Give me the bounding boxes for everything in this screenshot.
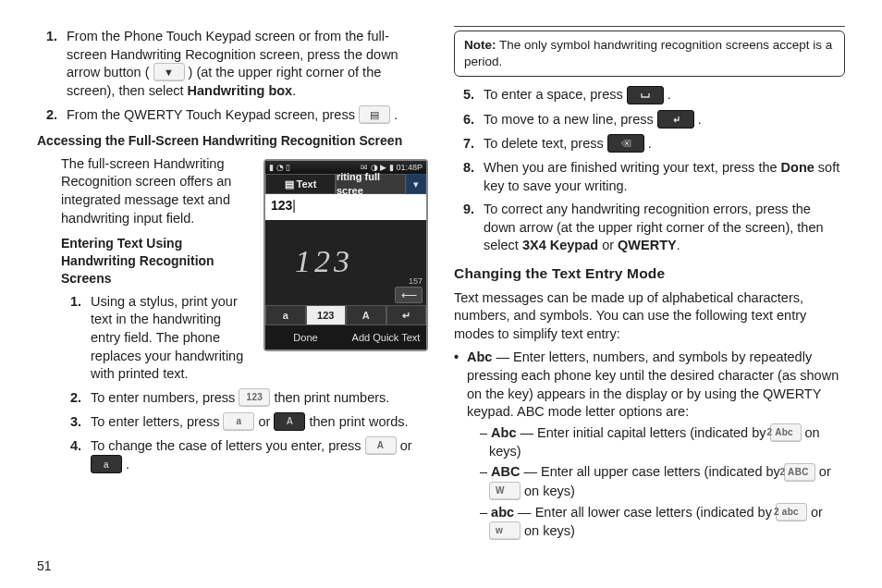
page-number: 51	[37, 557, 52, 575]
phone-dropdown-icon: ▾	[406, 174, 426, 194]
key-2-ABC: 2 ABC	[784, 463, 815, 482]
key-a-lower: a	[223, 412, 254, 431]
phone-tab-text: ▤ Text	[265, 174, 336, 194]
space-icon	[627, 86, 664, 104]
key-w: w	[489, 521, 521, 540]
down-arrow-icon: ▼	[153, 63, 185, 81]
heading-changing-mode: Changing the Text Entry Mode	[454, 264, 845, 284]
right-steps: 5. To enter a space, press . 6. To move …	[454, 86, 845, 254]
phone-soft-addquick: Add Quick Text	[346, 325, 426, 349]
note-box: Note: The only symbol handwriting recogn…	[454, 31, 845, 77]
sub-abc-upper: – ABC — Enter all upper case letters (in…	[480, 463, 845, 500]
para-changing: Text messages can be made up of alphabet…	[454, 289, 845, 344]
heading-accessing: Accessing the Full-Screen Handwriting Re…	[37, 132, 428, 150]
left-steps-a: 1. From the Phone Touch Keypad screen or…	[37, 28, 428, 125]
key-123: 123	[239, 388, 270, 407]
step2-text-b: .	[394, 107, 398, 122]
phone-char-count: 157	[409, 276, 423, 287]
key-a-upper-2: A	[365, 436, 397, 455]
phone-backspace-icon: ⟵	[395, 287, 423, 303]
step-2: 2. From the QWERTY Touch Keypad screen, …	[37, 106, 428, 125]
key-W: W	[489, 482, 521, 500]
phone-screenshot: ▮ ◔ ▯ ✉ ◑ ▶ ▮ 01:48P ▤ Text riting full …	[263, 159, 428, 351]
phone-tabrow: ▤ Text riting full scree ▾	[265, 174, 426, 194]
stepb-2: 2. To enter numbers, press 123 then prin…	[61, 389, 428, 408]
phone-softkeys: Done Add Quick Text	[265, 325, 426, 349]
phone-text-field: 123|	[265, 194, 426, 220]
phone-mode-a: a	[265, 305, 306, 325]
key-2-Abc: 2 Abc	[770, 423, 802, 442]
sub-abc-initial: – Abc — Enter initial capital letters (i…	[480, 424, 845, 461]
step-6: 6. To move to a new line, press .	[454, 111, 845, 129]
step-9: 9. To correct any handwriting recognitio…	[454, 201, 845, 255]
key-a-lower-2: a	[91, 455, 122, 473]
step1-bold: Handwriting box	[188, 83, 293, 98]
phone-tab-writing: riting full scree	[336, 174, 406, 194]
key-2-abc: 2 abc	[776, 503, 807, 521]
phone-soft-done: Done	[265, 325, 346, 349]
note-label: Note:	[464, 38, 496, 52]
step-7: 7. To delete text, press .	[454, 135, 845, 153]
phone-mode-row: a 123 A ↵	[265, 305, 426, 325]
backspace-icon	[607, 134, 644, 153]
note-text: The only symbol handwriting recognition …	[464, 38, 832, 68]
step-1: 1. From the Phone Touch Keypad screen or…	[37, 28, 428, 101]
step2-text-a: From the QWERTY Touch Keypad screen, pre…	[67, 107, 359, 122]
phone-handwriting-area: 123 157 ⟵	[265, 220, 426, 305]
key-a-upper: A	[274, 412, 305, 431]
step-5: 5. To enter a space, press .	[454, 86, 845, 104]
phone-mode-123: 123	[306, 305, 347, 325]
sub-abc-lower: – abc — Enter all lower case letters (in…	[480, 504, 845, 541]
step-8: 8. When you are finished writing your te…	[454, 159, 845, 195]
stepb-3: 3. To enter letters, press a or A then p…	[61, 413, 428, 432]
stepb-1: 1. Using a stylus, print your text in th…	[61, 293, 254, 384]
enter-icon	[657, 110, 694, 129]
phone-mode-A: A	[346, 305, 386, 325]
bullet-abc: • Abc — Enter letters, numbers, and symb…	[454, 349, 845, 544]
keypad-icon: ▤	[359, 105, 390, 124]
stepb-4: 4. To change the case of letters you ent…	[61, 437, 428, 474]
phone-mode-enter: ↵	[386, 305, 427, 325]
